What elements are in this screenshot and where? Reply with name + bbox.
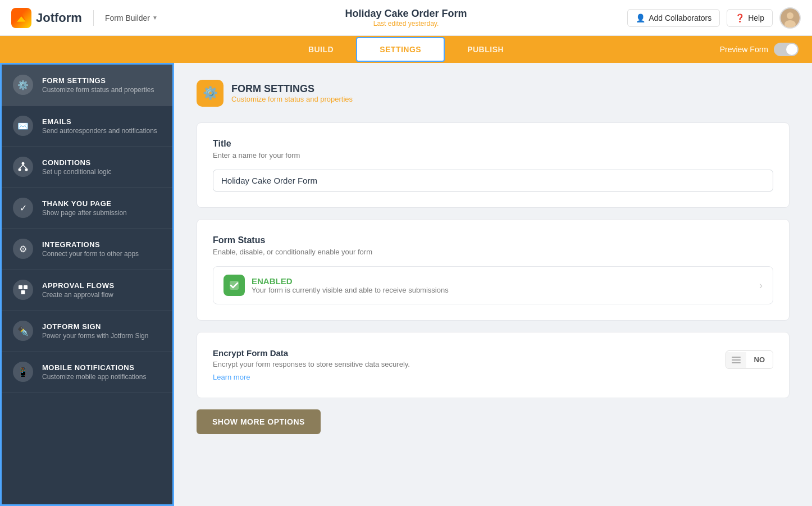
sidebar-item-desc: Customize form status and properties (42, 86, 154, 94)
status-enabled-label: ENABLED (252, 276, 449, 286)
status-left: ENABLED Your form is currently visible a… (223, 275, 449, 296)
add-collaborators-label: Add Collaborators (649, 13, 711, 22)
header-center: Holiday Cake Order Form Last edited yest… (345, 8, 467, 28)
sidebar-item-conditions[interactable]: CONDITIONS Set up conditional logic (2, 147, 172, 188)
sidebar-item-mobile-notifications[interactable]: 📱 MOBILE NOTIFICATIONS Customize mobile … (2, 352, 172, 393)
approval-flows-icon (13, 280, 33, 300)
content-header: ⚙️ FORM SETTINGS Customize form status a… (197, 80, 790, 107)
sidebar-item-form-settings[interactable]: ⚙️ FORM SETTINGS Customize form status a… (2, 65, 172, 106)
help-icon: ❓ (735, 13, 745, 22)
sidebar-item-jotform-sign[interactable]: ✒️ JOTFORM SIGN Power your forms with Jo… (2, 311, 172, 352)
sidebar-item-text: CONDITIONS Set up conditional logic (42, 158, 111, 176)
sidebar: ⚙️ FORM SETTINGS Customize form status a… (0, 63, 174, 506)
encrypt-text: Encrypt Form Data Encrypt your form resp… (213, 348, 410, 382)
sidebar-item-integrations[interactable]: ⚙ INTEGRATIONS Connect your form to othe… (2, 229, 172, 270)
preview-toggle[interactable] (774, 43, 799, 56)
toggle-lines-icon (726, 352, 746, 368)
tab-build[interactable]: BUILD (286, 38, 356, 61)
status-row[interactable]: ENABLED Your form is currently visible a… (213, 266, 773, 304)
sidebar-item-text: JOTFORM SIGN Power your forms with Jotfo… (42, 322, 148, 340)
sidebar-item-text: THANK YOU PAGE Show page after submissio… (42, 199, 127, 217)
sidebar-item-desc: Set up conditional logic (42, 168, 111, 176)
sign-icon: ✒️ (13, 321, 33, 341)
sidebar-item-desc: Create an approval flow (42, 291, 115, 299)
sidebar-item-emails[interactable]: ✉️ EMAILS Send autoresponders and notifi… (2, 106, 172, 147)
user-icon: 👤 (636, 13, 645, 22)
logo: Jotform (11, 8, 82, 28)
toggle-line-1 (732, 357, 741, 358)
content-header-desc: Customize form status and properties (231, 95, 353, 103)
sidebar-item-approval-flows[interactable]: APPROVAL FLOWS Create an approval flow (2, 270, 172, 311)
logo-icon (11, 8, 31, 28)
form-status-card: Form Status Enable, disable, or conditio… (197, 219, 790, 321)
sidebar-item-desc: Connect your form to other apps (42, 250, 139, 258)
form-status-label: Form Status (213, 235, 773, 245)
svg-rect-10 (19, 285, 22, 289)
checkmark-icon: ✓ (13, 198, 33, 218)
sidebar-item-title: INTEGRATIONS (42, 240, 139, 249)
help-button[interactable]: ❓ Help (727, 9, 773, 27)
status-enabled-icon (223, 275, 245, 296)
nav-tabs: BUILD SETTINGS PUBLISH Preview Form (0, 36, 812, 63)
svg-point-3 (787, 12, 793, 19)
form-title-input[interactable] (213, 170, 773, 192)
sidebar-item-title: THANK YOU PAGE (42, 199, 127, 208)
toggle-line-3 (732, 362, 741, 363)
chevron-right-icon[interactable]: › (759, 280, 763, 291)
gear-icon: ⚙️ (13, 75, 33, 95)
preview-form-area: Preview Form (720, 43, 799, 56)
svg-rect-12 (21, 290, 25, 294)
email-icon: ✉️ (13, 116, 33, 136)
form-title: Holiday Cake Order Form (345, 8, 467, 20)
sidebar-item-title: CONDITIONS (42, 158, 111, 167)
last-edited-text: Last edited yesterday. (345, 20, 467, 28)
toggle-line-2 (732, 359, 741, 361)
status-enabled-desc: Your form is currently visible and able … (252, 286, 449, 294)
add-collaborators-button[interactable]: 👤 Add Collaborators (627, 9, 720, 27)
sidebar-item-desc: Power your forms with Jotform Sign (42, 332, 148, 340)
toggle-knob (786, 44, 797, 55)
title-card: Title Enter a name for your form (197, 122, 790, 208)
content-header-text: FORM SETTINGS Customize form status and … (231, 83, 353, 103)
form-builder-button[interactable]: Form Builder ▼ (105, 13, 158, 22)
sidebar-item-text: FORM SETTINGS Customize form status and … (42, 76, 154, 94)
sidebar-item-title: MOBILE NOTIFICATIONS (42, 363, 146, 372)
header-left: Jotform Form Builder ▼ (11, 8, 158, 28)
main-layout: ⚙️ FORM SETTINGS Customize form status a… (0, 63, 812, 506)
sidebar-item-title: JOTFORM SIGN (42, 322, 148, 331)
avatar[interactable] (779, 7, 801, 29)
encrypt-title: Encrypt Form Data (213, 348, 410, 358)
content-area: ⚙️ FORM SETTINGS Customize form status a… (174, 63, 812, 506)
svg-rect-11 (24, 285, 28, 289)
content-header-icon: ⚙️ (197, 80, 223, 107)
header-right: 👤 Add Collaborators ❓ Help (627, 7, 801, 29)
encrypt-toggle[interactable]: NO (726, 350, 774, 369)
form-status-desc: Enable, disable, or conditionally enable… (213, 248, 773, 256)
header: Jotform Form Builder ▼ Holiday Cake Orde… (0, 0, 812, 36)
preview-form-label: Preview Form (720, 45, 768, 54)
encrypt-card: Encrypt Form Data Encrypt your form resp… (197, 332, 790, 398)
tab-settings[interactable]: SETTINGS (356, 37, 445, 62)
content-header-title: FORM SETTINGS (231, 83, 353, 95)
sidebar-item-text: EMAILS Send autoresponders and notificat… (42, 117, 157, 135)
status-text: ENABLED Your form is currently visible a… (252, 276, 449, 294)
sidebar-item-text: MOBILE NOTIFICATIONS Customize mobile ap… (42, 363, 146, 381)
svg-point-6 (19, 168, 21, 171)
sidebar-item-text: INTEGRATIONS Connect your form to other … (42, 240, 139, 258)
form-builder-label: Form Builder (105, 13, 150, 22)
sidebar-item-title: FORM SETTINGS (42, 76, 154, 85)
show-more-options-button[interactable]: SHOW MORE OPTIONS (197, 409, 321, 434)
sidebar-item-thank-you[interactable]: ✓ THANK YOU PAGE Show page after submiss… (2, 188, 172, 229)
help-label: Help (748, 13, 764, 22)
encrypt-row: Encrypt Form Data Encrypt your form resp… (213, 348, 773, 382)
title-section-desc: Enter a name for your form (213, 151, 773, 159)
svg-line-9 (23, 165, 26, 168)
tab-publish[interactable]: PUBLISH (445, 38, 526, 61)
sidebar-item-text: APPROVAL FLOWS Create an approval flow (42, 281, 115, 299)
svg-point-5 (22, 162, 25, 165)
chevron-down-icon: ▼ (152, 15, 158, 21)
conditions-icon (13, 157, 33, 177)
svg-point-7 (25, 168, 28, 171)
toggle-no-label: NO (746, 351, 773, 368)
learn-more-link[interactable]: Learn more (213, 373, 250, 381)
